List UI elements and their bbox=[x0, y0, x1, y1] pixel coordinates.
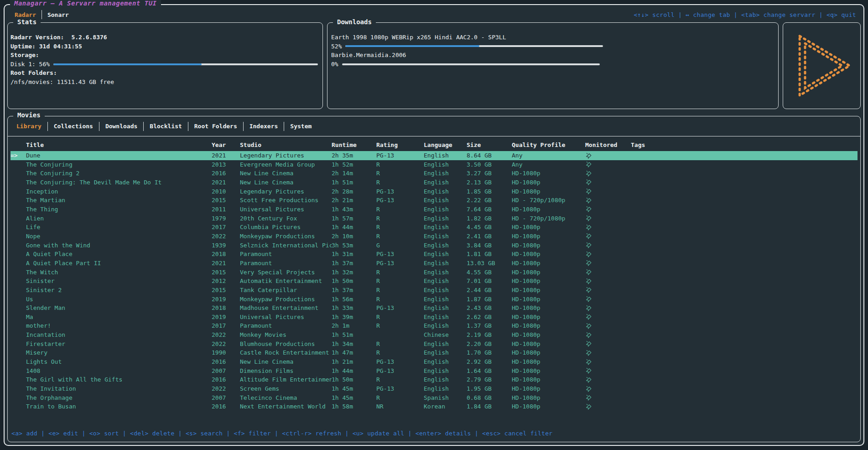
table-row[interactable]: The Girl with All the Gifts2016Altitude … bbox=[10, 375, 858, 384]
table-row[interactable]: Misery1990Castle Rock Entertainment1h 47… bbox=[10, 348, 858, 357]
table-row[interactable]: =>Dune2021Legendary Pictures2h 35mPG-13E… bbox=[10, 151, 858, 160]
cell-monitored bbox=[585, 366, 631, 376]
table-row[interactable]: Gone with the Wind1939Selznick Internati… bbox=[10, 241, 858, 250]
table-row[interactable]: Slender Man2018Madhouse Entertainment1h … bbox=[10, 303, 858, 313]
tab-blocklist[interactable]: Blocklist bbox=[144, 123, 187, 130]
column-header-language[interactable]: Language bbox=[424, 138, 467, 151]
download-percent: 0% bbox=[331, 60, 338, 69]
table-row[interactable]: The Conjuring2013Evergreen Media Group1h… bbox=[10, 160, 858, 169]
cell-quality-profile: HD-1080p bbox=[512, 286, 585, 295]
cell-rating: R bbox=[376, 393, 424, 403]
cell-quality-profile: HD-1080p bbox=[512, 205, 585, 214]
cell-studio: Automatik Entertainment bbox=[240, 277, 332, 286]
radarr-version-line: Radarr Version:5.2.6.8376 bbox=[10, 33, 318, 42]
cell-studio: New Line Cinema bbox=[240, 178, 332, 187]
table-row[interactable]: Lights Out2016New Line Cinema1h 21mPG-13… bbox=[10, 357, 858, 366]
cell-language: Spanish bbox=[424, 393, 467, 403]
table-row[interactable]: Firestarter2022Blumhouse Productions1h 3… bbox=[10, 340, 858, 349]
table-row[interactable]: Inception2010Legendary Pictures2h 28mPG-… bbox=[10, 187, 858, 196]
column-header-year[interactable]: Year bbox=[212, 138, 240, 151]
cell-rating: NR bbox=[376, 402, 424, 411]
cell-monitored bbox=[585, 268, 631, 277]
column-header-tags[interactable]: Tags bbox=[631, 138, 858, 151]
table-row[interactable]: Train to Busan2016Next Entertainment Wor… bbox=[10, 402, 858, 411]
column-header-monitored[interactable]: Monitored bbox=[585, 138, 631, 151]
cell-size: 3.50 GB bbox=[467, 160, 512, 169]
root-folder-info: /nfs/movies: 11511.43 GB free bbox=[10, 78, 318, 87]
cell-language: English bbox=[424, 160, 467, 169]
cell-size: 2.43 GB bbox=[467, 303, 512, 313]
table-row[interactable]: Us2019Monkeypaw Productions1h 56mREnglis… bbox=[10, 295, 858, 304]
cell-title: The Conjuring 2 bbox=[26, 169, 212, 178]
table-row[interactable]: The Invitation2022Screen Gems1h 45mPG-13… bbox=[10, 384, 858, 393]
tab-indexers[interactable]: Indexers bbox=[244, 123, 284, 130]
column-header-title[interactable]: Title bbox=[26, 138, 212, 151]
movies-tab-strip: LibraryCollectionsDownloadsBlocklistRoot… bbox=[8, 116, 860, 136]
tab-downloads[interactable]: Downloads bbox=[99, 123, 143, 130]
selection-prefix bbox=[10, 313, 26, 322]
table-row[interactable]: The Witch2015Very Special Projects1h 32m… bbox=[10, 268, 858, 277]
table-row[interactable]: Life2017Columbia Pictures1h 44mREnglish4… bbox=[10, 223, 858, 232]
column-header-size[interactable]: Size bbox=[467, 138, 512, 151]
tab-root-folders[interactable]: Root Folders bbox=[188, 123, 243, 130]
cell-runtime: 2h 14m bbox=[332, 169, 376, 178]
table-row[interactable]: The Orphanage2007Telecinco Cinema1h 45mR… bbox=[10, 393, 858, 403]
tab-library[interactable]: Library bbox=[10, 123, 47, 130]
table-row[interactable]: The Martian2015Scott Free Productions2h … bbox=[10, 196, 858, 205]
column-header-studio[interactable]: Studio bbox=[240, 138, 332, 151]
cell-monitored bbox=[585, 402, 631, 411]
cell-language: Korean bbox=[424, 402, 467, 411]
cell-runtime: 1h 58m bbox=[332, 402, 376, 411]
table-row[interactable]: Sinister2012Automatik Entertainment1h 50… bbox=[10, 277, 858, 286]
cell-monitored bbox=[585, 375, 631, 384]
cell-quality-profile: HD-1080p bbox=[512, 295, 585, 304]
cell-studio: Legendary Pictures bbox=[240, 187, 332, 196]
table-row[interactable]: The Conjuring: The Devil Made Me Do It20… bbox=[10, 178, 858, 187]
column-header-runtime[interactable]: Runtime bbox=[332, 138, 376, 151]
table-row[interactable]: The Conjuring 22016New Line Cinema2h 14m… bbox=[10, 169, 858, 178]
movies-panel: Movies LibraryCollectionsDownloadsBlockl… bbox=[7, 116, 861, 442]
cell-runtime: 1h 32m bbox=[332, 268, 376, 277]
selection-prefix bbox=[10, 357, 26, 366]
cell-studio: Next Entertainment World bbox=[240, 402, 332, 411]
table-row[interactable]: Ma2019Universal Pictures1h 39mREnglish2.… bbox=[10, 313, 858, 322]
table-row[interactable]: Sinister 22015Tank Caterpillar1h 37mREng… bbox=[10, 286, 858, 295]
table-row[interactable]: Incantation2022Monkey Movies1h 51mChines… bbox=[10, 330, 858, 340]
cell-tags bbox=[631, 340, 858, 349]
tab-system[interactable]: System bbox=[284, 123, 317, 130]
cell-size: 1.81 GB bbox=[467, 250, 512, 259]
selection-prefix bbox=[10, 268, 26, 277]
cell-rating: PG-13 bbox=[376, 259, 424, 268]
monitored-bookmark-icon bbox=[585, 394, 592, 401]
cell-size: 2.20 GB bbox=[467, 340, 512, 349]
table-header-row: TitleYearStudioRuntimeRatingLanguageSize… bbox=[10, 138, 858, 151]
cell-runtime: 1h 21m bbox=[332, 357, 376, 366]
cell-size: 2.13 GB bbox=[467, 178, 512, 187]
cell-title: 1408 bbox=[26, 366, 212, 376]
column-header-rating[interactable]: Rating bbox=[376, 138, 424, 151]
cell-tags bbox=[631, 160, 858, 169]
cell-monitored bbox=[585, 160, 631, 169]
cell-quality-profile: HD-1080p bbox=[512, 330, 585, 340]
monitored-bookmark-icon bbox=[585, 170, 592, 177]
table-row[interactable]: The Thing2011Universal Pictures1h 43mREn… bbox=[10, 205, 858, 214]
cell-size: 3.84 GB bbox=[467, 241, 512, 250]
table-row[interactable]: Alien197920th Century Fox1h 57mREnglish1… bbox=[10, 214, 858, 223]
cell-runtime: 2h 28m bbox=[332, 187, 376, 196]
table-row[interactable]: 14082007Dimension Films1h 44mPG-13Englis… bbox=[10, 366, 858, 376]
movies-table-area: TitleYearStudioRuntimeRatingLanguageSize… bbox=[8, 136, 860, 427]
column-header-quality-profile[interactable]: Quality Profile bbox=[512, 138, 585, 151]
cell-rating: R bbox=[376, 214, 424, 223]
cell-quality-profile: HD - 720p/1080p bbox=[512, 196, 585, 205]
monitored-bookmark-icon bbox=[585, 331, 592, 339]
table-row[interactable]: mother!2017Paramount2h 1mREnglish1.37 GB… bbox=[10, 321, 858, 330]
cell-title: Incantation bbox=[26, 330, 212, 340]
table-row[interactable]: Nope2022Monkeypaw Productions2h 10mREngl… bbox=[10, 232, 858, 241]
table-row[interactable]: A Quiet Place2018Paramount1h 31mPG-13Eng… bbox=[10, 250, 858, 259]
table-row[interactable]: A Quiet Place Part II2021Paramount1h 37m… bbox=[10, 259, 858, 268]
selection-prefix bbox=[10, 321, 26, 330]
tab-radarr[interactable]: Radarr bbox=[9, 11, 42, 18]
cell-language: English bbox=[424, 375, 467, 384]
tab-collections[interactable]: Collections bbox=[48, 123, 99, 130]
tab-sonarr[interactable]: Sonarr bbox=[42, 11, 74, 18]
